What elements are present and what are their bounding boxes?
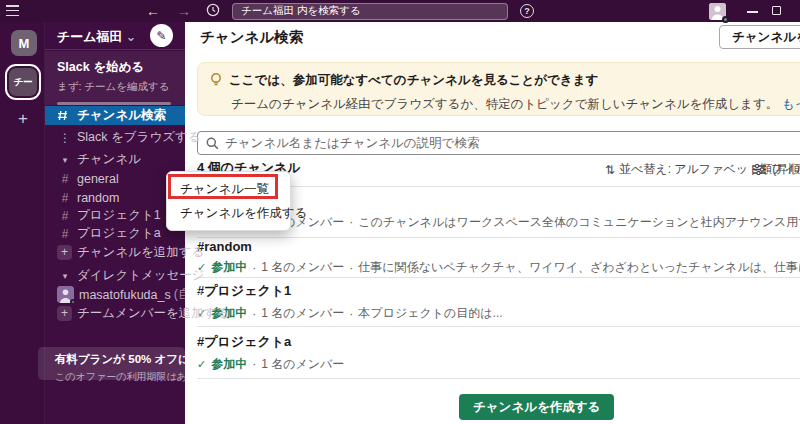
add-channel-button[interactable]: + チャンネルを追加する (45, 243, 185, 262)
channel-row-projecta[interactable]: #プロジェクトa ✓ 参加中 · 1 名のメンバー (197, 327, 800, 379)
compose-button[interactable]: ✎ (150, 24, 173, 47)
channels-section-header[interactable]: ▾ チャンネル (45, 150, 185, 169)
channel-label: プロジェクト1 (77, 207, 161, 224)
separator: · (252, 307, 256, 321)
help-icon[interactable]: ? (520, 4, 534, 18)
presence-indicator (722, 16, 729, 23)
tip-banner: ここでは、参加可能なすべてのチャンネルを見ることができます チームのチャンネル経… (197, 62, 800, 116)
hash-icon: # (57, 172, 73, 186)
channel-row-random[interactable]: #random ✓ 参加中 · 1 名のメンバー · 仕事に関係ないペチャクチャ… (197, 238, 800, 278)
plus-icon: + (57, 306, 72, 321)
hash-icon: # (57, 191, 73, 205)
channel-label: プロジェクトa (77, 225, 161, 242)
hash-icon: # (57, 227, 73, 241)
joined-badge: 参加中 (211, 356, 247, 373)
onboarding-progress-bar (57, 102, 171, 105)
learn-more-link[interactable]: もっと詳しく ▸ (782, 97, 800, 111)
check-icon: ✓ (197, 358, 206, 371)
pencil-icon: ✎ (156, 29, 166, 43)
separator: · (252, 357, 256, 371)
channel-search-box[interactable] (197, 131, 800, 155)
sidebar: チーム福田⌄ ✎ Slack を始める まず: チームを編成する チャンネル検索… (45, 22, 185, 424)
more-dots-icon: ⋮ (57, 131, 73, 145)
context-menu: チャンネル一覧 チャンネルを作成する (166, 171, 291, 231)
promo-subtitle: このオファーの利用期限はあと 10 日... (55, 370, 185, 384)
top-bar: ← → ? (0, 0, 800, 22)
sidebar-item-label: Slack をブラウズする (77, 129, 201, 146)
member-count: 1 名のメンバー (261, 305, 344, 322)
filter-label: フィルター (771, 161, 800, 178)
lightbulb-icon (210, 73, 222, 88)
add-member-button[interactable]: + チームメンバーを追加する (45, 304, 185, 323)
sidebar-channel-random[interactable]: # random (45, 188, 185, 207)
separator: · (252, 261, 256, 275)
channel-label: random (77, 191, 119, 205)
menu-icon[interactable] (6, 5, 19, 16)
dm-avatar (57, 286, 74, 303)
add-channel-label: チャンネルを追加する (77, 244, 204, 261)
promo-title: 有料プランが 50% オフに (55, 352, 185, 367)
channel-label: general (77, 172, 119, 186)
channel-row-project1[interactable]: #プロジェクト1 ✓ 参加中 · 1 名のメンバー · 本プロジェクトの目的は.… (197, 278, 800, 327)
separator: · (349, 307, 353, 321)
dm-item-self[interactable]: masatofukuda_s (自分) (45, 285, 185, 304)
create-channel-button-bottom[interactable]: チャンネルを作成する (459, 394, 614, 420)
menu-item-create-channel[interactable]: チャンネルを作成する (167, 201, 290, 225)
team-name[interactable]: チーム福田⌄ (57, 28, 137, 46)
promo-banner[interactable]: 有料プランが 50% オフに このオファーの利用期限はあと 10 日... (38, 347, 185, 380)
caret-down-icon: ▾ (57, 155, 73, 165)
section-label: チャンネル (77, 151, 141, 168)
channel-search-input[interactable] (225, 136, 800, 150)
member-count: 1 名のメンバー (261, 259, 344, 276)
tip-body: チームのチャンネル経由でブラウズするか、特定のトピックで新しいチャンネルを作成し… (231, 97, 778, 111)
channel-name: #プロジェクトa (197, 333, 800, 351)
history-clock-icon[interactable] (206, 3, 220, 17)
section-label: ダイレクトメッセージ (77, 267, 205, 284)
separator: · (349, 261, 353, 275)
channel-browser-icon (57, 110, 73, 121)
create-channel-button-top[interactable]: チャンネルを作成する (719, 25, 800, 49)
dm-user-suffix: (自分) (174, 286, 207, 303)
slack-app-window: ← → ? M チー + チーム福田⌄ ✎ Slack を始める まず: チーム… (0, 0, 800, 424)
tip-heading: ここでは、参加可能なすべてのチャンネルを見ることができます (229, 72, 598, 89)
sidebar-item-label: チャンネル検索 (77, 107, 166, 124)
window-maximize-button[interactable] (772, 6, 781, 15)
onboarding-card[interactable]: Slack を始める まず: チームを編成する (45, 51, 185, 105)
sidebar-channel-general[interactable]: # general (45, 169, 185, 188)
global-search-input[interactable] (232, 3, 508, 20)
channel-name: #プロジェクト1 (197, 282, 800, 300)
workspace-switcher-team-active[interactable]: チー (9, 68, 37, 96)
sidebar-channel-project1[interactable]: # プロジェクト1 (45, 206, 185, 225)
dm-section-header[interactable]: ▾ ダイレクトメッセージ (45, 266, 185, 285)
channel-description: 仕事に関係ないペチャクチャ、ワイワイ、ざわざわといったチャンネルは、仕事に関係し… (358, 259, 800, 276)
history-forward-icon[interactable]: → (177, 1, 191, 21)
onboarding-title: Slack を始める (57, 59, 185, 76)
sidebar-channel-projecta[interactable]: # プロジェクトa (45, 224, 185, 243)
menu-item-channel-list[interactable]: チャンネル一覧 (167, 177, 290, 201)
add-member-label: チームメンバーを追加する (77, 305, 229, 322)
onboarding-subtitle: まず: チームを編成する (57, 80, 185, 94)
window-minimize-button[interactable] (747, 11, 758, 13)
caret-down-icon: ▾ (57, 271, 73, 281)
joined-badge: 参加中 (211, 259, 247, 276)
member-count: 1 名のメンバー (261, 356, 344, 373)
sidebar-item-browse-channels[interactable]: チャンネル検索 (45, 106, 185, 125)
workspace-switcher-m[interactable]: M (11, 30, 37, 56)
chevron-down-icon: ⌄ (126, 29, 137, 44)
channel-name: #random (197, 239, 800, 254)
team-menu[interactable]: チーム福田⌄ ✎ (45, 22, 185, 50)
hash-icon: # (57, 209, 73, 223)
channel-description: このチャンネルはワークスペース全体のコミュニケーションと社内アナウンス用です。全… (358, 214, 800, 231)
user-avatar[interactable] (709, 3, 726, 20)
dm-user-name: masatofukuda_s (79, 288, 171, 302)
history-back-icon[interactable]: ← (146, 1, 160, 21)
sidebar-item-browse-slack[interactable]: ⋮ Slack をブラウズする (45, 128, 185, 147)
search-icon (206, 137, 219, 150)
page-title: チャンネル検索 (200, 28, 303, 47)
filter-sliders-icon (753, 164, 766, 175)
add-workspace-button[interactable]: + (14, 110, 32, 128)
separator: · (349, 215, 353, 229)
sort-arrows-icon: ⇅ (605, 163, 615, 177)
filter-control[interactable]: フィルター (753, 161, 800, 178)
plus-icon: + (57, 245, 72, 260)
